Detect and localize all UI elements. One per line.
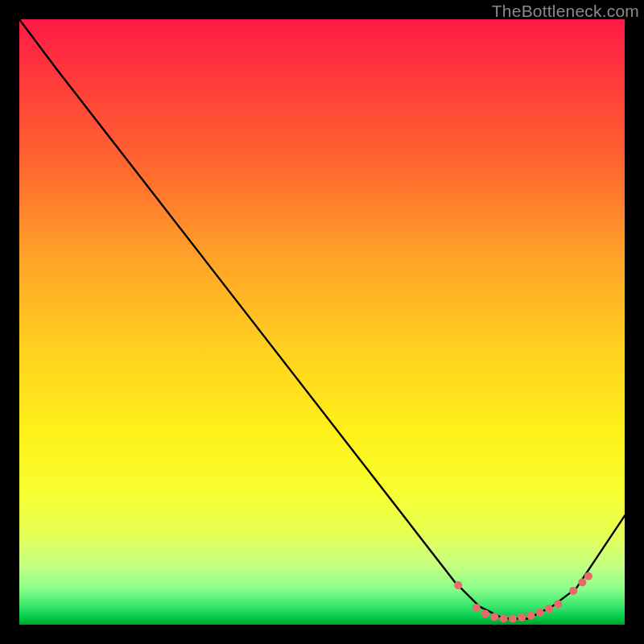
chart-markers <box>454 572 592 623</box>
chart-marker <box>569 587 577 595</box>
chart-marker <box>500 615 508 623</box>
chart-marker <box>584 572 592 580</box>
chart-marker <box>545 605 553 613</box>
chart-marker <box>509 615 517 623</box>
chart-marker <box>473 604 481 612</box>
chart-marker <box>490 613 498 621</box>
chart-marker <box>536 609 544 617</box>
chart-curve <box>19 19 625 619</box>
chart-svg <box>19 19 625 625</box>
chart-stage: TheBottleneck.com <box>0 0 644 644</box>
watermark-text: TheBottleneck.com <box>492 2 639 21</box>
chart-marker <box>481 610 489 618</box>
chart-marker <box>526 612 535 620</box>
chart-plot-area <box>19 19 625 625</box>
chart-marker <box>554 600 562 608</box>
chart-marker <box>518 613 526 621</box>
chart-marker <box>454 581 462 589</box>
chart-marker <box>578 578 586 586</box>
